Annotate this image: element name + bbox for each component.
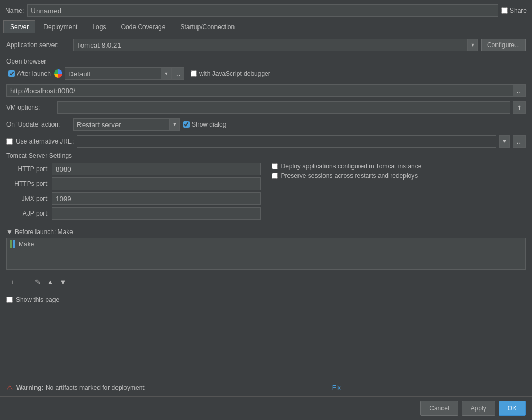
make-label: Make bbox=[19, 240, 34, 248]
url-row: … bbox=[6, 84, 526, 97]
move-up-button[interactable]: ▲ bbox=[44, 276, 56, 288]
js-debug-label: with JavaScript debugger bbox=[199, 70, 270, 77]
tab-startup-connection[interactable]: Startup/Connection bbox=[173, 20, 241, 33]
jmx-port-input[interactable] bbox=[52, 192, 261, 205]
show-page-checkbox[interactable] bbox=[6, 297, 13, 303]
browser-more-btn[interactable]: … bbox=[172, 67, 184, 80]
warning-rest: No artifacts marked for deployment bbox=[46, 384, 145, 391]
settings-left: HTTP port: HTTPs port: JMX port: AJP por… bbox=[6, 163, 261, 220]
vm-options-input[interactable] bbox=[57, 101, 510, 114]
browser-field[interactable] bbox=[65, 67, 161, 80]
settings-grid: HTTP port: HTTPs port: JMX port: AJP por… bbox=[6, 163, 526, 220]
show-page-label: Show this page bbox=[16, 296, 59, 303]
jre-dropdown-btn[interactable]: ▼ bbox=[499, 135, 510, 148]
update-select-field[interactable] bbox=[73, 118, 169, 131]
tab-deployment[interactable]: Deployment bbox=[37, 20, 84, 33]
server-content: Application server: ▼ Configure... Open … bbox=[0, 33, 532, 379]
warning-text: Warning: No artifacts marked for deploym… bbox=[16, 384, 145, 391]
vm-options-label: VM options: bbox=[6, 104, 54, 111]
cancel-button[interactable]: Cancel bbox=[420, 401, 458, 416]
show-page-row: Show this page bbox=[6, 294, 526, 306]
make-icon bbox=[10, 240, 15, 248]
move-down-button[interactable]: ▼ bbox=[57, 276, 69, 288]
tab-logs[interactable]: Logs bbox=[85, 20, 113, 33]
make-row: Make bbox=[7, 238, 525, 250]
on-update-row: On 'Update' action: ▼ Show dialog bbox=[6, 118, 526, 131]
settings-title: Tomcat Server Settings bbox=[6, 152, 526, 159]
after-launch-wrap: After launch bbox=[8, 70, 51, 77]
jre-row: Use alternative JRE: ▼ … bbox=[6, 135, 526, 148]
share-label: Share bbox=[510, 7, 527, 14]
remove-task-button[interactable]: − bbox=[19, 276, 31, 288]
app-server-label: Application server: bbox=[6, 41, 70, 49]
before-launch-label: Before launch: Make bbox=[15, 228, 73, 236]
use-alt-jre-checkbox[interactable] bbox=[6, 138, 13, 145]
tab-server[interactable]: Server bbox=[3, 20, 35, 33]
app-server-select-wrap: ▼ bbox=[73, 39, 478, 51]
deploy-label: Deploy applications configured in Tomcat… bbox=[281, 163, 422, 170]
ajp-port-row: AJP port: bbox=[6, 207, 261, 220]
http-port-input[interactable] bbox=[52, 163, 261, 175]
use-alt-jre-label: Use alternative JRE: bbox=[16, 138, 74, 145]
url-input[interactable] bbox=[6, 84, 513, 97]
ajp-port-input[interactable] bbox=[52, 207, 261, 220]
warning-icon: ⚠ bbox=[6, 383, 13, 392]
after-launch-checkbox[interactable] bbox=[8, 70, 15, 77]
browser-row: After launch ▼ … with JavaScript debugge… bbox=[6, 67, 526, 80]
jre-more-btn[interactable]: … bbox=[513, 135, 526, 148]
jre-input[interactable] bbox=[77, 135, 496, 148]
show-dialog-wrap: Show dialog bbox=[183, 121, 226, 128]
chrome-icon bbox=[54, 69, 62, 78]
jmx-port-label: JMX port: bbox=[6, 195, 49, 202]
https-port-row: HTTPs port: bbox=[6, 177, 261, 190]
preserve-checkbox[interactable] bbox=[272, 173, 278, 179]
configure-button[interactable]: Configure... bbox=[481, 39, 526, 51]
warning-bar: ⚠ Warning: No artifacts marked for deplo… bbox=[0, 379, 532, 396]
show-dialog-label: Show dialog bbox=[192, 121, 226, 128]
collapse-icon: ▼ bbox=[6, 228, 13, 236]
tab-code-coverage[interactable]: Code Coverage bbox=[114, 20, 172, 33]
jmx-port-row: JMX port: bbox=[6, 192, 261, 205]
on-update-label: On 'Update' action: bbox=[6, 121, 70, 128]
fix-button[interactable]: Fix bbox=[332, 384, 341, 391]
name-label: Name: bbox=[5, 7, 24, 14]
update-select-wrap: ▼ bbox=[73, 118, 180, 131]
preserve-label: Preserve sessions across restarts and re… bbox=[281, 172, 418, 180]
apply-button[interactable]: Apply bbox=[462, 401, 495, 416]
before-launch-header[interactable]: ▼ Before launch: Make bbox=[6, 228, 526, 236]
bottom-bar: Cancel Apply OK bbox=[0, 396, 532, 420]
https-port-input[interactable] bbox=[52, 177, 261, 190]
after-launch-label: After launch bbox=[17, 70, 51, 77]
browser-dropdown-btn[interactable]: ▼ bbox=[161, 67, 172, 80]
deploy-checkbox[interactable] bbox=[272, 163, 278, 169]
app-server-dropdown-btn[interactable]: ▼ bbox=[467, 39, 478, 51]
update-dropdown-btn[interactable]: ▼ bbox=[169, 118, 180, 131]
js-debug-checkbox[interactable] bbox=[191, 70, 197, 77]
name-row: Name: Share bbox=[0, 0, 532, 20]
name-input[interactable] bbox=[27, 4, 498, 17]
before-launch-section: ▼ Before launch: Make Make bbox=[6, 228, 526, 270]
url-more-btn[interactable]: … bbox=[513, 84, 526, 97]
make-bar-blue bbox=[13, 240, 15, 248]
open-browser-label: Open browser bbox=[6, 58, 526, 65]
warning-bold: Warning: bbox=[16, 384, 44, 391]
ajp-port-label: AJP port: bbox=[6, 210, 49, 217]
make-bar-green bbox=[10, 240, 12, 248]
preserve-checkbox-row: Preserve sessions across restarts and re… bbox=[272, 172, 526, 180]
ok-button[interactable]: OK bbox=[499, 401, 526, 416]
tomcat-settings-section: Tomcat Server Settings HTTP port: HTTPs … bbox=[6, 152, 526, 220]
https-port-label: HTTPs port: bbox=[6, 180, 49, 187]
js-debug-wrap: with JavaScript debugger bbox=[191, 70, 270, 77]
show-dialog-checkbox[interactable] bbox=[183, 121, 190, 128]
open-browser-section: Open browser After launch ▼ … with JavaS… bbox=[6, 56, 526, 80]
run-configuration-dialog: Name: Share Server Deployment Logs Code … bbox=[0, 0, 532, 420]
vm-options-btn[interactable]: ⬆ bbox=[513, 101, 526, 114]
deploy-checkbox-row: Deploy applications configured in Tomcat… bbox=[272, 163, 526, 170]
add-task-button[interactable]: + bbox=[6, 276, 18, 288]
browser-select-wrap: ▼ … bbox=[54, 67, 184, 80]
http-port-label: HTTP port: bbox=[6, 165, 49, 173]
app-server-field[interactable] bbox=[73, 39, 467, 51]
http-port-row: HTTP port: bbox=[6, 163, 261, 175]
edit-task-button[interactable]: ✎ bbox=[32, 276, 43, 288]
share-checkbox[interactable] bbox=[501, 7, 508, 14]
